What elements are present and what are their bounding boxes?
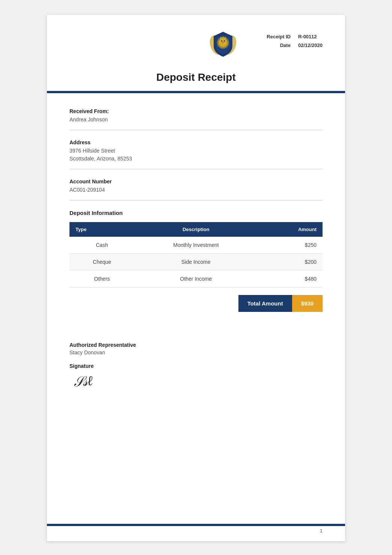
receipt-page: Receipt ID R-00112 Date 02/12/2020 Depos…: [47, 15, 345, 541]
signature-label: Signature: [69, 363, 323, 369]
logo-area: [208, 30, 238, 60]
account-number-label: Account Number: [69, 178, 323, 184]
cell-description: Side Income: [134, 254, 258, 271]
date-label: Date: [261, 42, 291, 48]
cell-description: Other Income: [134, 271, 258, 287]
deposit-info-section: Deposit Information Type Description Amo…: [69, 210, 323, 312]
auth-representative-label: Authorized Representative: [69, 342, 323, 348]
receipt-id-row: Receipt ID R-00112: [261, 34, 323, 39]
signature-section: Authorized Representative Stacy Donovan …: [47, 342, 345, 404]
table-row: OthersOther Income$480: [69, 271, 323, 287]
logo-icon: [208, 30, 238, 60]
title-section: Deposit Receipt: [47, 68, 345, 91]
receipt-id-label: Receipt ID: [261, 34, 291, 39]
received-from-value: Andrea Johnson: [69, 116, 323, 124]
deposit-table: Type Description Amount CashMonthly Inve…: [69, 222, 323, 287]
address-line1: 3976 Hillside Street: [69, 147, 323, 155]
total-value: $930: [292, 295, 323, 312]
total-box: Total Amount $930: [238, 295, 323, 312]
deposit-info-title: Deposit Information: [69, 210, 323, 216]
svg-point-4: [221, 41, 223, 42]
signature-image: 𝒮𝓈ℓ: [72, 373, 93, 390]
address-block: Address 3976 Hillside Street Scottsdale,…: [69, 139, 323, 169]
meta-info: Receipt ID R-00112 Date 02/12/2020: [261, 34, 323, 48]
page-title: Deposit Receipt: [69, 71, 323, 83]
svg-point-5: [224, 41, 225, 42]
cell-amount: $480: [258, 271, 323, 287]
cell-amount: $200: [258, 254, 323, 271]
page-number: 1: [320, 528, 323, 534]
header-section: Receipt ID R-00112 Date 02/12/2020: [47, 15, 345, 68]
account-number-block: Account Number AC001-209104: [69, 178, 323, 201]
received-from-block: Received From: Andrea Johnson: [69, 108, 323, 130]
date-value: 02/12/2020: [298, 42, 323, 48]
date-row: Date 02/12/2020: [261, 42, 323, 48]
footer-blue-bar: [47, 524, 345, 526]
total-label: Total Amount: [238, 295, 292, 312]
total-row-container: Total Amount $930: [69, 295, 323, 312]
col-header-type: Type: [69, 222, 134, 237]
cell-description: Monthly Investment: [134, 237, 258, 254]
svg-point-6: [222, 42, 224, 44]
received-from-label: Received From:: [69, 108, 323, 114]
cell-type: Cash: [69, 237, 134, 254]
content-section: Received From: Andrea Johnson Address 39…: [47, 93, 345, 342]
table-header-row: Type Description Amount: [69, 222, 323, 237]
receipt-id-value: R-00112: [298, 34, 317, 39]
col-header-description: Description: [134, 222, 258, 237]
cell-amount: $250: [258, 237, 323, 254]
account-number-value: AC001-209104: [69, 186, 323, 194]
table-row: CashMonthly Investment$250: [69, 237, 323, 254]
table-row: ChequeSide Income$200: [69, 254, 323, 271]
cell-type: Others: [69, 271, 134, 287]
address-label: Address: [69, 139, 323, 145]
auth-representative-value: Stacy Donovan: [69, 349, 323, 355]
cell-type: Cheque: [69, 254, 134, 271]
col-header-amount: Amount: [258, 222, 323, 237]
address-line2: Scottsdale, Arizona, 85253: [69, 155, 323, 163]
